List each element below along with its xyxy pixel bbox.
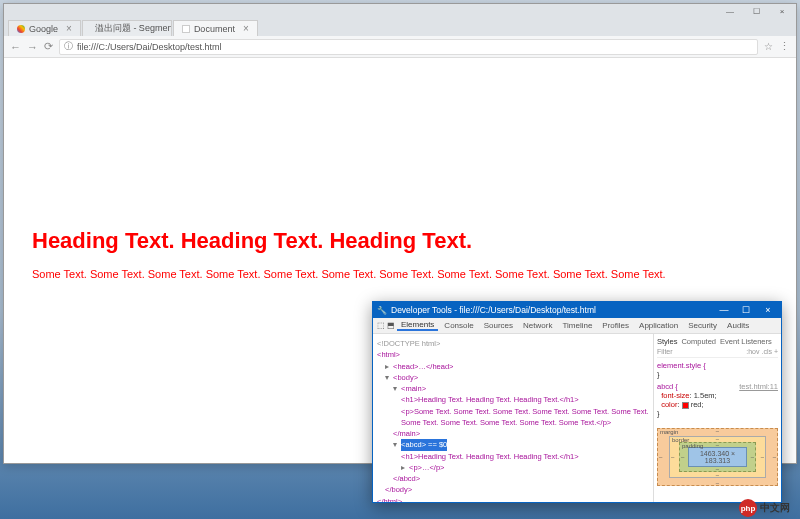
- styles-tabs: Styles Computed Event Listeners: [657, 337, 778, 346]
- tab-audits[interactable]: Audits: [723, 321, 753, 330]
- box-model[interactable]: margin –––– border –––– padding –––– 146…: [657, 428, 778, 486]
- rule-source-link[interactable]: test.html:11: [739, 382, 778, 391]
- dom-p-main[interactable]: <p>Some Text. Some Text. Some Text. Some…: [401, 407, 649, 427]
- tab-application[interactable]: Application: [635, 321, 682, 330]
- tab-label: 溢出问题 - SegmentF…: [95, 22, 172, 35]
- dom-html-close[interactable]: </html>: [377, 497, 402, 503]
- devtools-body: <!DOCTYPE html> <html> ▸<head>…</head> ▾…: [373, 334, 781, 502]
- tab-strip: Google× 溢出问题 - SegmentF…× Document×: [4, 18, 796, 36]
- dom-html-open[interactable]: <html>: [377, 350, 400, 359]
- tab-styles[interactable]: Styles: [657, 337, 677, 346]
- dom-abcd-selected[interactable]: <abcd> == $0: [401, 439, 447, 450]
- box-content: 1463.340 × 183.313: [688, 447, 747, 467]
- filter-label: Filter: [657, 348, 673, 355]
- reload-button[interactable]: ⟳: [44, 40, 53, 53]
- watermark-logo: php: [739, 499, 757, 517]
- rule-element-style[interactable]: element.style { }: [657, 361, 778, 379]
- device-icon[interactable]: ⬒: [387, 321, 395, 330]
- tab-google[interactable]: Google×: [8, 20, 81, 36]
- tab-sources[interactable]: Sources: [480, 321, 517, 330]
- filter-controls[interactable]: :hov .cls +: [746, 348, 778, 355]
- elements-panel[interactable]: <!DOCTYPE html> <html> ▸<head>…</head> ▾…: [373, 334, 653, 502]
- favicon-doc: [182, 25, 190, 33]
- page-paragraph: Some Text. Some Text. Some Text. Some Te…: [32, 268, 768, 280]
- dom-doctype: <!DOCTYPE html>: [377, 338, 649, 349]
- dom-body-close[interactable]: </body>: [385, 485, 412, 494]
- tab-computed[interactable]: Computed: [681, 337, 716, 346]
- devtools-window: 🔧 Developer Tools - file:///C:/Users/Dai…: [372, 301, 782, 503]
- dom-head[interactable]: <head>…</head>: [393, 362, 453, 371]
- tab-security[interactable]: Security: [684, 321, 721, 330]
- tab-elements[interactable]: Elements: [397, 320, 438, 331]
- close-icon[interactable]: ×: [66, 23, 72, 34]
- watermark-text: 中文网: [760, 501, 790, 515]
- browser-toolbar: ← → ⟳ ⓘ file:///C:/Users/Dai/Desktop/tes…: [4, 36, 796, 58]
- url-text: file:///C:/Users/Dai/Desktop/test.html: [77, 42, 222, 52]
- dom-abcd-close[interactable]: </abcd>: [393, 474, 420, 483]
- back-button[interactable]: ←: [10, 41, 21, 53]
- styles-panel: Styles Computed Event Listeners Filter :…: [653, 334, 781, 502]
- window-titlebar: — ☐ ×: [4, 4, 796, 18]
- bookmark-icon[interactable]: ☆: [764, 41, 773, 52]
- dom-h1-main[interactable]: <h1>Heading Text. Heading Text. Heading …: [401, 395, 579, 404]
- devtools-titlebar[interactable]: 🔧 Developer Tools - file:///C:/Users/Dai…: [373, 302, 781, 318]
- tab-segmentfault[interactable]: 溢出问题 - SegmentF…×: [82, 20, 172, 36]
- dom-h1-abcd[interactable]: <h1>Heading Text. Heading Text. Heading …: [401, 452, 579, 461]
- tab-network[interactable]: Network: [519, 321, 556, 330]
- menu-icon[interactable]: ⋮: [779, 40, 790, 53]
- favicon-google: [17, 25, 25, 33]
- rule-abcd[interactable]: test.html:11 abcd { font-size: 1.5em; co…: [657, 382, 778, 418]
- dom-main-close[interactable]: </main>: [393, 429, 420, 438]
- close-icon[interactable]: ×: [243, 23, 249, 34]
- devtools-tabs: ⬚ ⬒ Elements Console Sources Network Tim…: [373, 318, 781, 334]
- dom-main-open[interactable]: <main>: [401, 384, 426, 393]
- watermark: php 中文网: [739, 499, 790, 517]
- tab-profiles[interactable]: Profiles: [598, 321, 633, 330]
- address-bar[interactable]: ⓘ file:///C:/Users/Dai/Desktop/test.html: [59, 39, 758, 55]
- close-button[interactable]: ×: [759, 305, 777, 315]
- tab-console[interactable]: Console: [440, 321, 477, 330]
- info-icon: ⓘ: [64, 40, 73, 53]
- maximize-button[interactable]: ☐: [737, 305, 755, 315]
- tab-document[interactable]: Document×: [173, 20, 258, 36]
- tab-event-listeners[interactable]: Event Listeners: [720, 337, 772, 346]
- devtools-icon: 🔧: [377, 306, 387, 315]
- page-heading: Heading Text. Heading Text. Heading Text…: [32, 228, 768, 254]
- tab-label: Google: [29, 24, 58, 34]
- minimize-button[interactable]: —: [720, 6, 740, 16]
- devtools-title: Developer Tools - file:///C:/Users/Dai/D…: [391, 305, 711, 315]
- color-swatch[interactable]: [682, 402, 689, 409]
- inspect-icon[interactable]: ⬚: [377, 321, 385, 330]
- dom-p-abcd[interactable]: <p>…</p>: [409, 463, 444, 472]
- dom-body-open[interactable]: <body>: [393, 373, 418, 382]
- close-button[interactable]: ×: [772, 6, 792, 16]
- tab-label: Document: [194, 24, 235, 34]
- maximize-button[interactable]: ☐: [746, 6, 766, 16]
- forward-button[interactable]: →: [27, 41, 38, 53]
- tab-timeline[interactable]: Timeline: [558, 321, 596, 330]
- minimize-button[interactable]: —: [715, 305, 733, 315]
- styles-filter[interactable]: Filter :hov .cls +: [657, 348, 778, 358]
